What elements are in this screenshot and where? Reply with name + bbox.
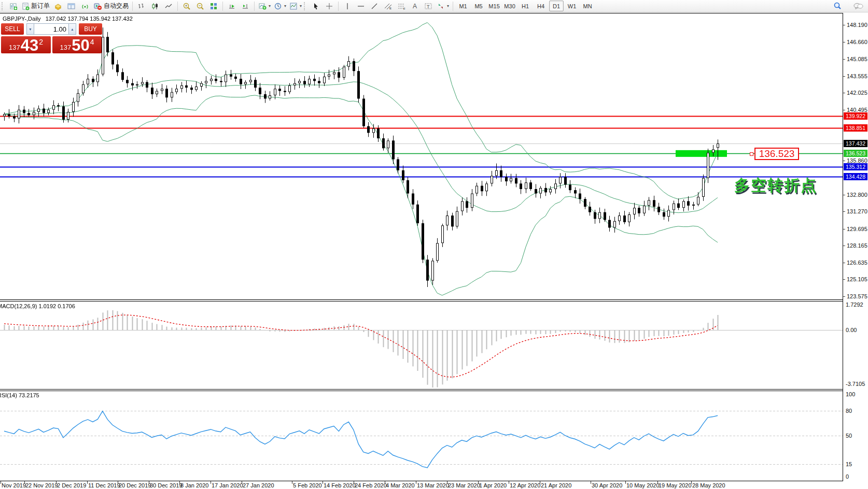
x-axis-tickmark [657,481,658,484]
y-axis-tickmark [843,296,845,297]
macd-chart-canvas[interactable] [0,301,843,389]
price-badge: 134.428 [844,173,867,180]
profiles-icon[interactable] [65,1,78,11]
volume-input[interactable] [34,23,68,35]
volume-up-button[interactable]: ▲ [68,23,76,35]
y-axis-tickmark [843,25,845,25]
timeframe-m30[interactable]: M30 [502,1,517,11]
x-axis-tickmark [385,481,385,484]
timeframe-h1[interactable]: H1 [518,1,533,11]
x-axis-label: 1 Apr 2020 [479,482,507,488]
buy-price-button[interactable]: 137504 [52,36,102,53]
chevron-down-icon: ▾ [447,4,449,8]
timeframe-m15[interactable]: M15 [487,1,501,11]
svg-text:F: F [403,7,405,10]
x-axis-label: 30 Apr 2020 [592,482,622,488]
symbol-period-label: GBPJPY-,Daily [3,16,41,22]
fibonacci-icon[interactable]: F [395,1,408,11]
candlestick-icon[interactable] [148,1,162,11]
annotation-text[interactable]: 多空转折点 [734,175,817,196]
x-axis-tickmark [56,481,57,484]
x-axis-label: 20 Dec 2019 [119,482,151,488]
rsi-chart-canvas[interactable] [0,391,843,481]
new-order-button[interactable]: 新订单 [20,1,51,11]
chart-bars-gold-icon[interactable] [51,1,65,11]
x-axis-label: 22 Nov 2019 [25,482,58,488]
timeframe-m5[interactable]: M5 [471,1,486,11]
macd-values: 1.0192 0.1706 [38,303,75,309]
label-icon[interactable]: T [422,1,435,11]
buy-button[interactable]: BUY [79,23,102,35]
y-axis-tickmark [843,42,845,42]
x-axis-tickmark [540,481,540,484]
timeframe-m1[interactable]: M1 [456,1,470,11]
price-chart-canvas[interactable] [0,14,843,299]
chat-icon[interactable] [851,1,865,11]
vertical-line-icon[interactable] [341,1,354,11]
templates-icon[interactable]: ▾ [288,1,303,11]
x-axis-label: 23 Mar 2020 [448,482,480,488]
main-macd-separator[interactable] [0,299,868,300]
svg-text:A: A [413,3,417,10]
rsi-value: 73.2175 [19,392,39,398]
x-axis-tickmark [416,481,416,484]
new-order-label: 新订单 [31,2,50,10]
macd-rsi-separator[interactable] [0,389,868,390]
periods-icon[interactable]: ▾ [272,1,288,11]
text-icon[interactable]: A [408,1,422,11]
tile-windows-icon[interactable] [207,1,220,11]
chart-shift-icon[interactable] [239,1,252,11]
ohlc-values: 137.042 137.794 135.942 137.432 [46,16,133,22]
sell-price-point: 2 [39,38,43,46]
price-badge: 139.922 [844,112,867,120]
price-axis[interactable] [843,12,868,489]
zoom-out-icon[interactable] [193,1,207,11]
search-icon[interactable] [831,1,844,11]
trendline-icon[interactable] [368,1,381,11]
y-axis-tickmark [843,161,845,161]
x-axis-label: 21 Apr 2020 [541,482,571,488]
horizontal-line-icon[interactable] [354,1,368,11]
new-chart-icon[interactable] [7,1,20,11]
x-axis-tickmark [354,481,354,484]
buy-price-pips: 50 [72,39,89,52]
x-axis-label: 13 Mar 2020 [417,482,449,488]
price-badge: 138.851 [844,124,867,132]
macd-axis-label: -3.7105 [846,381,865,387]
volume-down-button[interactable]: ▼ [26,23,34,35]
channel-icon[interactable]: E [381,1,395,11]
x-axis-tickmark [87,481,88,484]
one-click-trading-panel: SELL ▼ ▲ BUY 137432 137504 [1,23,103,53]
x-axis-label: 24 Feb 2020 [355,482,387,488]
chevron-down-icon: ▾ [284,4,286,8]
hline-drag-handle[interactable] [750,152,753,156]
indicators-icon[interactable]: ▾ [257,1,272,11]
toolbar-grip[interactable] [304,2,307,10]
y-axis-tickmark [843,246,845,246]
toolbar-separator [453,2,453,11]
sell-button[interactable]: SELL [1,23,24,35]
timeframe-d1[interactable]: D1 [549,1,564,11]
price-label-box[interactable]: 136.523 [754,148,799,160]
auto-trading-button[interactable]: 自动交易 [92,1,130,11]
zoom-in-icon[interactable] [180,1,193,11]
crosshair-icon[interactable] [323,1,336,11]
x-axis-label: 5 Feb 2020 [293,482,322,488]
toolbar-grip[interactable] [2,2,5,10]
timeframe-w1[interactable]: W1 [565,1,579,11]
chevron-down-icon: ▾ [300,4,302,8]
shapes-icon[interactable]: ▾ [435,1,451,11]
timeframe-h4[interactable]: H4 [534,1,548,11]
signal-icon[interactable] [78,1,92,11]
line-chart-icon[interactable] [162,1,175,11]
timeframe-mn[interactable]: MN [580,1,595,11]
sell-price-button[interactable]: 137432 [1,36,51,53]
x-axis-label: 11 Dec 2019 [88,482,120,488]
cursor-icon[interactable] [309,1,323,11]
chart-title: GBPJPY-,Daily 137.042 137.794 135.942 13… [3,16,133,22]
auto-scroll-icon[interactable] [225,1,239,11]
y-axis-tick: 126.635 [847,260,867,266]
toolbar-separator [222,2,223,11]
bar-chart-icon[interactable] [135,1,148,11]
price-badge: 135.312 [844,163,867,170]
